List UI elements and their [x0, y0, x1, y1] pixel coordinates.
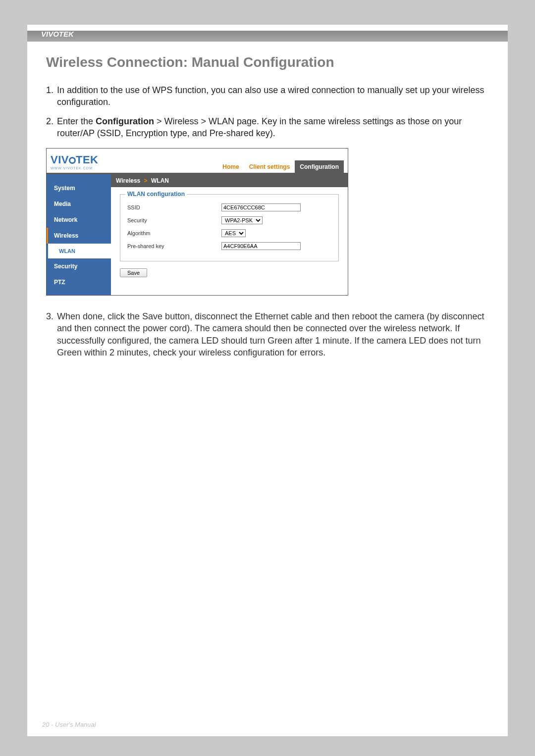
- sidebar: System Media Network Wireless WLAN Secur…: [47, 174, 111, 295]
- label-security: Security: [127, 217, 221, 223]
- tab-configuration[interactable]: Configuration: [295, 160, 344, 174]
- wlan-fieldset: WLAN configuration SSID Security WPA2-PS…: [120, 194, 339, 261]
- main-panel: Wireless > WLAN WLAN configuration SSID: [111, 174, 348, 295]
- save-button[interactable]: Save: [120, 268, 147, 277]
- page-footer: 20 - User's Manual: [42, 721, 96, 728]
- label-psk: Pre-shared key: [127, 243, 221, 249]
- sidebar-item-wireless[interactable]: Wireless: [47, 228, 111, 244]
- step-3-num: 3.: [46, 310, 54, 322]
- step-2-bold: Configuration: [96, 116, 154, 126]
- screenshot-header: VIVTEK WWW.VIVOTEK.COM Home Client setti…: [47, 149, 348, 174]
- psk-input[interactable]: [221, 242, 301, 250]
- sidebar-item-security[interactable]: Security: [47, 258, 111, 274]
- tab-client-settings[interactable]: Client settings: [244, 160, 295, 174]
- label-ssid: SSID: [127, 204, 221, 210]
- logo-text: VIVTEK: [51, 154, 98, 165]
- fieldset-legend: WLAN configuration: [125, 191, 187, 198]
- embedded-screenshot: VIVTEK WWW.VIVOTEK.COM Home Client setti…: [46, 148, 348, 296]
- crumb-wlan: WLAN: [151, 177, 169, 184]
- logo-subtext: WWW.VIVOTEK.COM: [51, 166, 98, 170]
- breadcrumb: Wireless > WLAN: [111, 174, 348, 187]
- step-1: 1. In addition to the use of WPS functio…: [46, 84, 493, 108]
- row-psk: Pre-shared key: [127, 242, 331, 250]
- algorithm-select[interactable]: AES: [221, 229, 246, 237]
- sidebar-item-wlan[interactable]: WLAN: [47, 244, 111, 258]
- crumb-sep: >: [144, 177, 148, 184]
- row-security: Security WPA2-PSK: [127, 216, 331, 224]
- vivotek-logo: VIVTEK WWW.VIVOTEK.COM: [51, 154, 98, 170]
- step-3-text: When done, click the Save button, discon…: [57, 311, 484, 357]
- sidebar-item-media[interactable]: Media: [47, 196, 111, 212]
- security-select[interactable]: WPA2-PSK: [221, 216, 263, 224]
- tab-home[interactable]: Home: [217, 160, 244, 174]
- step-2: 2. Enter the Configuration > Wireless > …: [46, 115, 493, 140]
- step-1-text: In addition to the use of WPS function, …: [57, 85, 484, 107]
- sidebar-item-system[interactable]: System: [47, 180, 111, 196]
- label-algorithm: Algorithm: [127, 230, 221, 236]
- step-2-num: 2.: [46, 115, 54, 127]
- brand-header: VIVOTEK: [41, 30, 74, 38]
- header-strip: [27, 31, 508, 42]
- sidebar-item-ptz[interactable]: PTZ: [47, 274, 111, 290]
- row-ssid: SSID: [127, 203, 331, 211]
- top-tabs: Home Client settings Configuration: [217, 160, 344, 174]
- step-3: 3. When done, click the Save button, dis…: [46, 310, 493, 358]
- logo-eye-icon: [69, 157, 76, 164]
- step-2-pre: Enter the: [57, 116, 96, 126]
- ssid-input[interactable]: [221, 203, 301, 211]
- row-algorithm: Algorithm AES: [127, 229, 331, 237]
- page-title: Wireless Connection: Manual Configuratio…: [46, 54, 493, 70]
- step-1-num: 1.: [46, 84, 54, 96]
- sidebar-item-network[interactable]: Network: [47, 212, 111, 228]
- crumb-wireless: Wireless: [116, 177, 140, 184]
